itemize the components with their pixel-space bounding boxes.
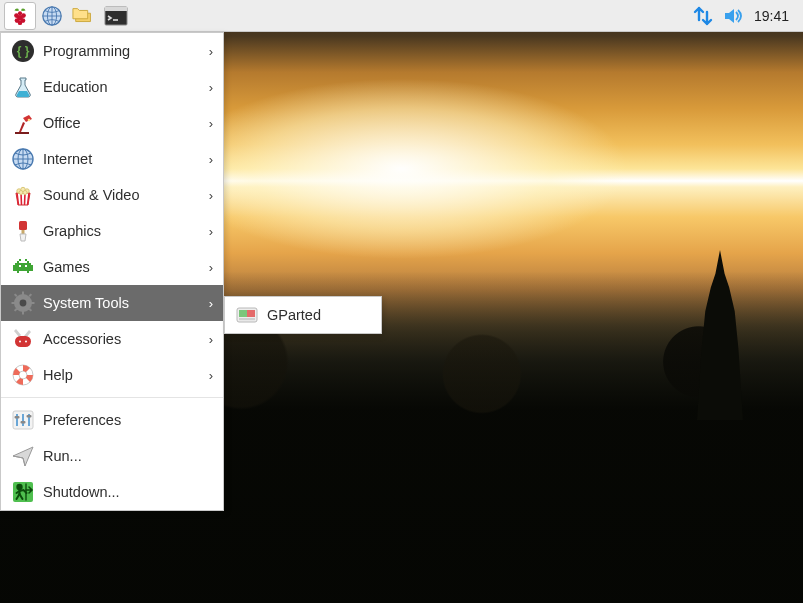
svg-rect-22 [22,230,25,234]
submenu-item-label: GParted [267,307,321,323]
svg-rect-50 [16,414,18,426]
paper-plane-icon [11,444,35,468]
chevron-right-icon: › [209,296,213,311]
menu-item-label: Office [43,115,81,131]
gparted-icon [235,303,259,327]
menu-separator [1,397,223,398]
menu-item-help[interactable]: Help › [1,357,223,393]
svg-rect-32 [19,265,21,267]
svg-point-19 [19,191,23,195]
sliders-icon [11,408,35,432]
svg-rect-36 [22,292,24,296]
swiss-knife-icon [11,327,35,351]
svg-rect-31 [27,271,29,273]
chevron-right-icon: › [209,80,213,95]
svg-point-5 [18,20,22,24]
menu-item-system-tools[interactable]: System Tools › [1,285,223,321]
desk-lamp-icon [11,111,35,135]
svg-point-48 [19,371,27,379]
file-manager-launcher[interactable] [68,2,100,30]
web-browser-launcher[interactable] [36,2,68,30]
svg-rect-51 [22,414,24,426]
menu-item-run[interactable]: Run... [1,438,223,474]
menu-item-accessories[interactable]: Accessories › [1,321,223,357]
svg-rect-27 [27,261,29,263]
svg-rect-38 [12,302,16,304]
menu-item-label: Preferences [43,412,121,428]
menu-item-label: System Tools [43,295,129,311]
menu-item-label: Sound & Video [43,187,139,203]
svg-rect-21 [19,221,27,230]
terminal-icon [104,6,128,26]
chevron-right-icon: › [209,332,213,347]
application-menu: { } Programming › Education › Office › I… [0,32,224,511]
chevron-right-icon: › [209,188,213,203]
menu-item-graphics[interactable]: Graphics › [1,213,223,249]
popcorn-icon [11,183,35,207]
lifebuoy-icon [11,363,35,387]
invader-icon [11,255,35,279]
menu-item-office[interactable]: Office › [1,105,223,141]
submenu-item-gparted[interactable]: GParted [225,297,381,333]
clock[interactable]: 19:41 [754,8,789,24]
svg-rect-29 [25,259,27,261]
svg-point-35 [20,300,27,307]
raspberry-icon [9,5,31,27]
svg-rect-33 [25,265,27,267]
chevron-right-icon: › [209,368,213,383]
svg-point-6 [18,11,22,15]
menu-item-preferences[interactable]: Preferences [1,402,223,438]
svg-rect-55 [27,415,32,418]
svg-point-20 [23,191,27,195]
taskbar: 19:41 [0,0,803,32]
folders-icon [72,5,96,27]
svg-point-13 [28,119,31,122]
menu-button[interactable] [4,2,36,30]
menu-item-label: Internet [43,151,92,167]
menu-item-label: Games [43,259,90,275]
svg-rect-28 [19,259,21,261]
menu-item-label: Programming [43,43,130,59]
svg-rect-44 [15,336,31,347]
svg-point-46 [25,341,27,343]
chevron-right-icon: › [209,260,213,275]
svg-rect-39 [31,302,35,304]
svg-rect-59 [239,310,247,317]
menu-item-label: Accessories [43,331,121,347]
globe-icon [11,147,35,171]
svg-rect-24 [13,265,15,271]
menu-item-sound-video[interactable]: Sound & Video › [1,177,223,213]
svg-rect-53 [15,416,20,419]
chevron-right-icon: › [209,116,213,131]
svg-rect-37 [22,311,24,315]
svg-rect-23 [15,263,31,271]
menu-item-label: Run... [43,448,82,464]
chevron-right-icon: › [209,224,213,239]
exit-icon [11,480,35,504]
code-braces-icon: { } [11,39,35,63]
svg-rect-26 [17,261,19,263]
svg-rect-60 [247,310,255,317]
menu-item-label: Shutdown... [43,484,120,500]
svg-rect-30 [17,271,19,273]
flask-icon [11,75,35,99]
svg-rect-10 [105,7,127,11]
volume-icon[interactable] [724,7,744,25]
svg-rect-61 [239,318,255,320]
svg-rect-54 [21,421,26,424]
menu-item-shutdown[interactable]: Shutdown... [1,474,223,510]
menu-item-programming[interactable]: { } Programming › [1,33,223,69]
menu-item-label: Graphics [43,223,101,239]
menu-item-label: Help [43,367,73,383]
svg-point-45 [19,341,21,343]
menu-item-games[interactable]: Games › [1,249,223,285]
chevron-right-icon: › [209,44,213,59]
terminal-launcher[interactable] [100,2,132,30]
menu-item-internet[interactable]: Internet › [1,141,223,177]
menu-item-label: Education [43,79,108,95]
globe-icon [41,5,63,27]
system-tools-submenu: GParted [224,296,382,334]
network-icon[interactable] [692,6,714,26]
menu-item-education[interactable]: Education › [1,69,223,105]
chevron-right-icon: › [209,152,213,167]
